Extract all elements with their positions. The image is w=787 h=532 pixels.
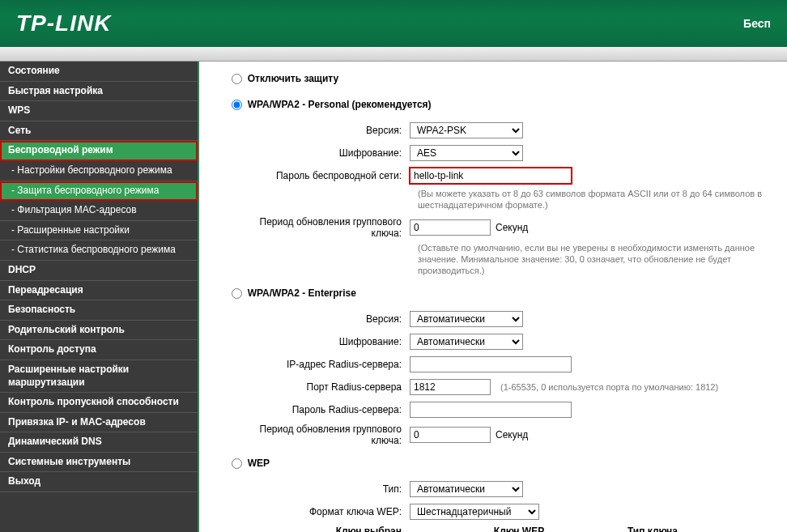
wpa-groupkey-unit: Секунд <box>496 222 528 233</box>
wpa-password-hint: (Вы можете указать от 8 до 63 символов ф… <box>248 188 771 211</box>
wep-header-key: Ключ WEP <box>434 526 604 532</box>
sidebar-item-mac-filter[interactable]: - Фильтрация MAC-адресов <box>0 201 198 221</box>
sidebar-item-system-tools[interactable]: Системные инструменты <box>0 453 198 473</box>
sidebar-item-ddns[interactable]: Динамический DNS <box>0 432 198 453</box>
security-disable-label: Отключить защиту <box>248 73 339 84</box>
wep-header-type: Тип ключа <box>604 526 701 532</box>
wep-radio[interactable] <box>232 458 242 469</box>
wpa-personal-row: WPA/WPA2 - Personal (рекомендуется) <box>215 96 771 113</box>
ent-radius-port-label: Порт Radius-сервера <box>248 381 410 393</box>
ent-radius-port-hint: (1-65535, 0 используется порта по умолча… <box>500 382 718 392</box>
sidebar-item-logout[interactable]: Выход <box>0 472 198 492</box>
logo: TP-LINK <box>16 11 111 36</box>
ent-groupkey-input[interactable] <box>410 427 491 443</box>
wpa-groupkey-label: Период обновления группового ключа: <box>248 216 410 239</box>
wpa-version-select[interactable]: WPA2-PSK <box>410 122 523 138</box>
ent-groupkey-label: Период обновления группового ключа: <box>248 423 410 446</box>
wep-title: WEP <box>248 458 270 469</box>
wpa-password-label: Пароль беспроводной сети: <box>248 170 410 181</box>
security-disable-row: Отключить защиту <box>215 70 771 87</box>
wpa-groupkey-hint: (Оставьте по умолчанию, если вы не увере… <box>248 242 771 277</box>
ent-radius-port-input[interactable] <box>410 379 491 395</box>
wpa-encryption-select[interactable]: AES <box>410 145 523 161</box>
ent-version-select[interactable]: Автоматически <box>410 311 523 327</box>
sidebar-item-dhcp[interactable]: DHCP <box>0 261 198 281</box>
sidebar-item-routing[interactable]: Расширенные настройки маршрутизации <box>0 360 198 393</box>
sidebar-item-advanced-wireless[interactable]: - Расширенные настройки <box>0 221 198 241</box>
wep-format-select[interactable]: Шестнадцатеричный <box>410 504 539 520</box>
ent-radius-pwd-input[interactable] <box>410 402 572 418</box>
sidebar-item-bandwidth[interactable]: Контроль пропускной способности <box>0 393 198 413</box>
ent-encryption-select[interactable]: Автоматически <box>410 334 523 350</box>
wpa-personal-radio[interactable] <box>232 100 242 110</box>
sidebar-item-quick-setup[interactable]: Быстрая настройка <box>0 82 198 102</box>
header-bar <box>0 47 787 62</box>
wpa-password-input[interactable] <box>410 168 572 184</box>
sidebar-item-security[interactable]: Безопасность <box>0 300 198 321</box>
wep-header-selected: Ключ выбран <box>321 526 410 532</box>
ent-groupkey-unit: Секунд <box>496 429 528 440</box>
wpa-groupkey-input[interactable] <box>410 219 491 236</box>
ent-encryption-label: Шифрование: <box>248 336 410 347</box>
sidebar-item-parental[interactable]: Родительский контроль <box>0 321 198 341</box>
sidebar-item-status[interactable]: Состояние <box>0 62 198 82</box>
sidebar-item-wps[interactable]: WPS <box>0 101 198 121</box>
wpa-encryption-label: Шифрование: <box>248 147 410 159</box>
wep-type-label: Тип: <box>248 483 410 495</box>
ent-version-label: Версия: <box>248 313 410 325</box>
sidebar-item-forwarding[interactable]: Переадресация <box>0 281 198 301</box>
sidebar-item-wireless[interactable]: Беспроводной режим <box>0 141 198 161</box>
sidebar-item-ip-mac-binding[interactable]: Привязка IP- и MAC-адресов <box>0 413 198 433</box>
sidebar-item-wireless-security[interactable]: - Защита беспроводного режима <box>0 181 198 202</box>
ent-radius-pwd-label: Пароль Radius-сервера: <box>248 404 410 415</box>
wep-row: WEP <box>215 454 771 472</box>
wpa-enterprise-row: WPA/WPA2 - Enterprise <box>215 284 771 302</box>
header: TP-LINK Бесп <box>0 0 787 47</box>
content: Отключить защиту WPA/WPA2 - Personal (ре… <box>198 62 787 532</box>
wep-format-label: Формат ключа WEP: <box>248 506 410 517</box>
wep-table-header: Ключ выбран Ключ WEP Тип ключа <box>321 526 771 532</box>
header-right-text: Бесп <box>743 17 771 30</box>
sidebar: Состояние Быстрая настройка WPS Сеть Бес… <box>0 62 198 532</box>
wpa-version-label: Версия: <box>248 125 410 136</box>
sidebar-item-access-control[interactable]: Контроль доступа <box>0 340 198 360</box>
sidebar-item-wireless-stats[interactable]: - Статистика беспроводного режима <box>0 240 198 261</box>
ent-radius-ip-input[interactable] <box>410 356 572 372</box>
wpa-enterprise-radio[interactable] <box>232 288 242 299</box>
wep-type-select[interactable]: Автоматически <box>410 481 523 497</box>
ent-radius-ip-label: IP-адрес Radius-сервера: <box>248 359 410 370</box>
wpa-enterprise-title: WPA/WPA2 - Enterprise <box>248 287 356 299</box>
security-disable-radio[interactable] <box>232 74 242 84</box>
sidebar-item-wireless-settings[interactable]: - Настройки беспроводного режима <box>0 161 198 181</box>
sidebar-item-network[interactable]: Сеть <box>0 121 198 142</box>
wpa-personal-title: WPA/WPA2 - Personal (рекомендуется) <box>248 99 432 110</box>
